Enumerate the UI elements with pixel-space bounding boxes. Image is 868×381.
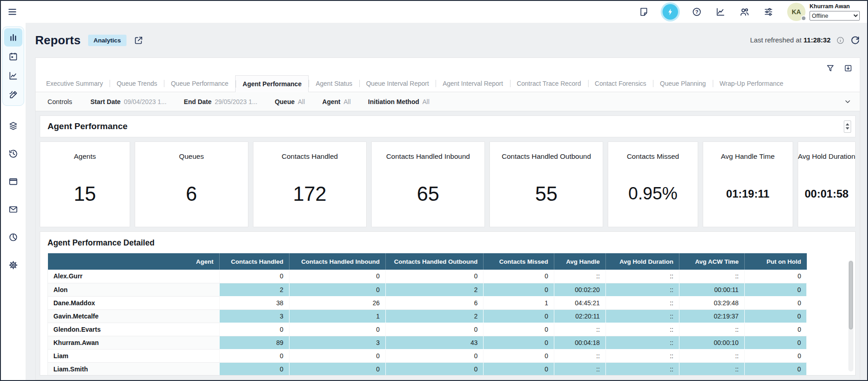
column-header[interactable]: Contacts Handled: [219, 253, 289, 270]
metric-cell: 1: [483, 296, 554, 309]
kpi-label: Contacts Handled Inbound: [386, 152, 470, 161]
info-icon[interactable]: [836, 36, 845, 45]
metric-cell: 0: [744, 362, 806, 376]
metrics-icon[interactable]: [715, 7, 726, 17]
history-icon[interactable]: [4, 145, 22, 163]
report-tab[interactable]: Queue Interval Report: [359, 75, 436, 92]
metric-cell: 0: [744, 349, 806, 362]
line-chart-icon[interactable]: [4, 67, 22, 85]
note-icon[interactable]: [639, 7, 649, 17]
report-tab[interactable]: Wrap-Up Performance: [713, 75, 790, 92]
status-select[interactable]: Offline: [810, 11, 860, 21]
kpi-value: 55: [535, 161, 558, 227]
filter-control[interactable]: Initiation Method All: [368, 98, 430, 105]
filter-sliders-icon[interactable]: [763, 7, 773, 17]
filter-label: End Date: [184, 98, 212, 105]
agent-name-cell: Dane.Maddox: [48, 296, 220, 309]
chevron-down-icon[interactable]: [844, 98, 852, 105]
bar-chart-icon[interactable]: [4, 28, 22, 47]
metric-cell: 0: [289, 362, 385, 376]
table-row: Alon 2 0 2 0: [48, 283, 807, 296]
metric-cell: 00:02:20: [554, 283, 605, 296]
filter-value: 29/05/2023 1...: [215, 98, 257, 105]
kpi-label: Contacts Missed: [627, 152, 679, 161]
table-row: Liam 0 0 0 0: [48, 349, 807, 362]
design-icon[interactable]: [4, 86, 22, 104]
agent-performance-table: Agent Contacts Handled Contacts Handled …: [47, 253, 807, 376]
filter-value: 09/04/2023 1...: [124, 98, 166, 105]
report-tab[interactable]: Agent Performance: [235, 75, 309, 92]
report-tab[interactable]: Agent Interval Report: [436, 75, 510, 92]
kpi-value: 6: [186, 161, 197, 227]
agent-name-cell: Liam: [48, 349, 220, 362]
hamburger-menu-icon[interactable]: [7, 7, 17, 17]
kpi-value: 00:01:58: [805, 161, 848, 227]
users-icon[interactable]: [739, 7, 750, 17]
report-tab[interactable]: Queue Trends: [110, 75, 164, 92]
insights-bolt-icon[interactable]: [663, 4, 678, 20]
table-header-row: Agent Contacts Handled Contacts Handled …: [48, 253, 807, 270]
metric-cell: 03:29:48: [679, 296, 744, 309]
refresh-icon[interactable]: [850, 35, 860, 45]
metric-cell: ::: [554, 270, 605, 283]
filter-control[interactable]: Queue All: [275, 98, 305, 105]
metric-cell: 0: [483, 270, 554, 283]
calendar-icon[interactable]: [4, 47, 22, 66]
window-icon[interactable]: [4, 172, 22, 191]
table-row: Glendon.Evarts 0 0 0 0: [48, 323, 807, 336]
column-header[interactable]: Agent: [48, 253, 220, 270]
table-body: Alex.Gurr 0 0 0 0: [48, 270, 807, 376]
offline-status-dot: [801, 16, 806, 21]
metric-cell: 0: [385, 362, 483, 376]
vertical-scrollbar: [848, 260, 853, 371]
filter-funnel-icon[interactable]: [826, 64, 835, 73]
kpi-card: Agents 15: [40, 141, 130, 227]
metric-cell: 0: [483, 323, 554, 336]
column-header[interactable]: Contacts Missed: [483, 253, 554, 270]
report-tab[interactable]: Queue Planning: [653, 75, 712, 92]
controls-bar: Controls Start Date 09/04/2023 1... End …: [36, 92, 860, 111]
report-tab[interactable]: Executive Summary: [39, 75, 110, 92]
column-header[interactable]: Avg ACW Time: [679, 253, 744, 270]
report-tab[interactable]: Contract Trace Record: [510, 75, 588, 92]
main-content: Reports Analytics Last refreshed at 11:2…: [26, 23, 867, 380]
filter-value: All: [422, 98, 430, 105]
metric-cell: 3: [219, 309, 289, 323]
filter-control[interactable]: End Date 29/05/2023 1...: [184, 98, 258, 105]
mail-icon[interactable]: [4, 200, 22, 219]
layers-icon[interactable]: [4, 117, 22, 135]
gear-icon[interactable]: [4, 256, 22, 274]
metric-cell: 0: [289, 323, 385, 336]
report-tab[interactable]: Agent Status: [309, 75, 359, 92]
pie-chart-icon[interactable]: [4, 228, 22, 246]
detail-panel: Agent Performance Detailed Agent Co: [40, 231, 856, 376]
kpi-label: Queues: [179, 152, 204, 161]
filter-control[interactable]: Start Date 09/04/2023 1...: [90, 98, 167, 105]
kpi-value: 15: [74, 161, 96, 227]
column-header[interactable]: Contacts Handled Outbound: [385, 253, 483, 270]
column-header[interactable]: Avg Hold Duration: [605, 253, 679, 270]
section-scroll-stepper[interactable]: [844, 120, 851, 133]
kpi-label: Avg Handle Time: [721, 152, 775, 161]
metric-cell: ::: [605, 362, 679, 376]
metric-cell: 0: [483, 336, 554, 349]
column-header[interactable]: Contacts Handled Inbound: [289, 253, 385, 270]
external-link-icon[interactable]: [134, 36, 143, 45]
metric-cell: 0: [219, 323, 289, 336]
report-tab[interactable]: Contact Forensics: [588, 75, 653, 92]
report-tab[interactable]: Queue Performance: [164, 75, 235, 92]
kpi-value: 65: [417, 161, 439, 227]
avatar: KA: [787, 3, 805, 21]
kpi-card: Contacts Handled Inbound 65: [371, 141, 485, 227]
metric-cell: 3: [289, 336, 385, 349]
column-header[interactable]: Avg Handle: [554, 253, 605, 270]
filter-control[interactable]: Agent All: [322, 98, 351, 105]
user-name: Khurram Awan: [810, 3, 860, 10]
help-icon[interactable]: ?: [692, 7, 702, 17]
metric-cell: 0: [219, 349, 289, 362]
column-header[interactable]: Put on Hold: [744, 253, 806, 270]
scrollbar-thumb[interactable]: [849, 261, 853, 329]
section-header: Agent Performance: [40, 115, 856, 137]
download-icon[interactable]: [844, 64, 852, 73]
kpi-card: Contacts Missed 0.95%: [608, 141, 698, 227]
